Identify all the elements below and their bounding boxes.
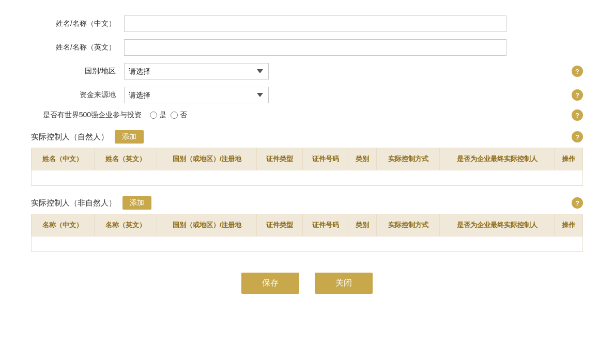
col-non-natural-cert-type: 证件类型 [257,214,302,236]
controller-natural-header-row: 实际控制人（自然人） 添加 ? [31,130,583,144]
footer-buttons: 保存 关闭 [31,273,583,294]
country-row: 国别/地区 请选择 ? [31,63,583,80]
save-button[interactable]: 保存 [241,273,299,294]
controller-natural-section: 实际控制人（自然人） 添加 ? 姓名（中文） 姓名（英文） 国别（或地区）/注册… [31,130,583,186]
col-natural-country: 国别（或地区）/注册地 [157,148,257,170]
country-select[interactable]: 请选择 [124,63,269,80]
controller-natural-help-icon[interactable]: ? [572,131,583,143]
controller-non-natural-section: 实际控制人（非自然人） 添加 ? 名称（中文） 名称（英文） 国别（或地区）/注… [31,196,583,252]
name-en-input[interactable] [124,39,506,56]
col-natural-is-final-controller: 是否为企业最终实际控制人 [440,148,555,170]
controller-non-natural-table: 名称（中文） 名称（英文） 国别（或地区）/注册地 证件类型 证件号码 类别 实… [31,214,583,252]
col-natural-cert-type: 证件类型 [257,148,302,170]
controller-natural-header: 实际控制人（自然人） 添加 ? [31,130,583,144]
col-non-natural-country: 国别（或地区）/注册地 [157,214,257,236]
col-natural-operation: 操作 [554,148,582,170]
controller-non-natural-add-button[interactable]: 添加 [122,196,151,210]
fortune500-row: 是否有世界500强企业参与投资 是 否 ? [31,110,583,120]
fortune500-yes-item[interactable]: 是 [150,110,166,120]
fortune500-yes-radio[interactable] [150,112,157,119]
fund-source-row: 资金来源地 请选择 ? [31,87,583,103]
fortune500-label: 是否有世界500强企业参与投资 [31,110,150,120]
form-section: 姓名/名称（中文） 姓名/名称（英文） 国别/地区 请选择 ? 资金来源地 请选… [31,15,583,120]
col-non-natural-cert-no: 证件号码 [302,214,348,236]
fund-source-label: 资金来源地 [31,90,124,100]
controller-non-natural-title: 实际控制人（非自然人） [31,198,116,208]
fortune500-no-label: 否 [180,110,187,120]
name-en-label: 姓名/名称（英文） [31,43,124,52]
controller-natural-table: 姓名（中文） 姓名（英文） 国别（或地区）/注册地 证件类型 证件号码 类别 实… [31,148,583,186]
col-natural-name-en: 姓名（英文） [94,148,157,170]
name-en-row: 姓名/名称（英文） [31,39,583,56]
col-natural-name-cn: 姓名（中文） [32,148,95,170]
controller-natural-table-header-row: 姓名（中文） 姓名（英文） 国别（或地区）/注册地 证件类型 证件号码 类别 实… [32,148,583,170]
col-non-natural-name-cn: 名称（中文） [32,214,95,236]
controller-non-natural-header-row: 实际控制人（非自然人） 添加 ? [31,196,583,210]
col-non-natural-control-method: 实际控制方式 [377,214,440,236]
col-non-natural-category: 类别 [348,214,377,236]
col-non-natural-is-final-controller: 是否为企业最终实际控制人 [440,214,555,236]
name-cn-label: 姓名/名称（中文） [31,19,124,28]
col-natural-category: 类别 [348,148,377,170]
name-cn-input[interactable] [124,15,506,32]
fortune500-no-radio[interactable] [171,112,178,119]
controller-natural-add-button[interactable]: 添加 [115,130,144,144]
controller-non-natural-empty-row [32,236,583,252]
controller-non-natural-table-header-row: 名称（中文） 名称（英文） 国别（或地区）/注册地 证件类型 证件号码 类别 实… [32,214,583,236]
page-container: 姓名/名称（中文） 姓名/名称（英文） 国别/地区 请选择 ? 资金来源地 请选… [0,0,614,309]
close-button[interactable]: 关闭 [315,273,373,294]
col-natural-cert-no: 证件号码 [302,148,348,170]
name-cn-row: 姓名/名称（中文） [31,15,583,32]
col-non-natural-name-en: 名称（英文） [94,214,157,236]
fund-source-help-icon[interactable]: ? [572,89,583,101]
col-natural-control-method: 实际控制方式 [377,148,440,170]
fortune500-no-item[interactable]: 否 [171,110,187,120]
controller-non-natural-help-icon[interactable]: ? [572,197,583,209]
fortune500-yes-label: 是 [159,110,166,120]
country-help-icon[interactable]: ? [572,66,583,77]
controller-natural-title: 实际控制人（自然人） [31,132,109,142]
country-label: 国别/地区 [31,67,124,76]
fortune500-help-icon[interactable]: ? [572,109,583,121]
fortune500-radio-group: 是 否 [150,110,187,120]
controller-non-natural-header: 实际控制人（非自然人） 添加 ? [31,196,583,210]
col-non-natural-operation: 操作 [554,214,582,236]
controller-natural-empty-row [32,170,583,186]
fund-source-select[interactable]: 请选择 [124,87,269,103]
